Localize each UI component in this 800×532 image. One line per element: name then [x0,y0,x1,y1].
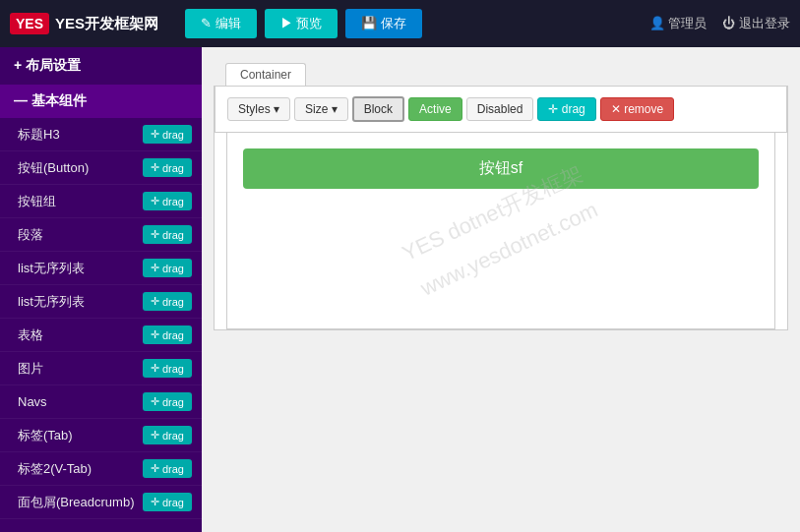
drag-label: drag [162,263,184,274]
drag-button[interactable]: ✛ drag [143,158,192,177]
header-right: 👤 管理员 ⏻ 退出登录 [649,15,790,32]
user-label[interactable]: 👤 管理员 [649,15,708,32]
sidebar-item[interactable]: list无序列表 ✛ drag [0,252,202,285]
sidebar: + 布局设置 — 基本组件 标题H3 ✛ drag 按钮(Button) ✛ d… [0,47,202,532]
drag-icon: ✛ [151,429,159,442]
drag-label: drag [162,463,184,475]
drag-button[interactable]: ✛ drag [143,426,192,444]
remove-button[interactable]: ✕ remove [600,97,674,121]
disabled-button[interactable]: Disabled [466,97,534,121]
drag-icon: ✛ [151,295,159,308]
active-label: Active [419,102,452,116]
sidebar-item[interactable]: 按钮(Button) ✛ drag [0,151,202,185]
preview-icon: ▶ [280,16,293,30]
drag-button[interactable]: ✛ drag [143,392,192,411]
drag-button[interactable]: ✛ drag [143,292,192,311]
edit-label: 编辑 [215,16,241,30]
add-layout-label: + 布局设置 [14,57,81,75]
basic-components-section[interactable]: — 基本组件 [0,85,202,118]
logout-button[interactable]: ⏻ 退出登录 [722,15,790,32]
sidebar-item-label: list无序列表 [18,293,85,311]
styles-button[interactable]: Styles ▾ [227,97,290,121]
sidebar-item-label: Navs [18,394,47,409]
drag-icon: ✛ [151,395,159,408]
sidebar-item[interactable]: 段落 ✛ drag [0,218,202,252]
logo-icon: YES [10,13,49,34]
sidebar-items-container: 标题H3 ✛ drag 按钮(Button) ✛ drag 按钮组 ✛ drag… [0,118,202,519]
drag-icon: ✛ [151,496,159,508]
sidebar-item[interactable]: 标签2(V-Tab) ✛ drag [0,452,202,486]
active-button[interactable]: Active [408,97,462,121]
disabled-label: Disabled [477,102,523,116]
sidebar-item-label: 段落 [18,226,43,244]
remove-label: ✕ remove [611,102,663,116]
drag-icon: ✛ [151,262,159,274]
sidebar-item[interactable]: 标题H3 ✛ drag [0,118,202,151]
sidebar-item[interactable]: 图片 ✛ drag [0,352,202,385]
add-layout-button[interactable]: + 布局设置 [0,47,202,85]
edit-icon: ✎ [201,16,212,30]
size-label: Size ▾ [305,102,338,116]
container-tab[interactable]: Container [225,63,306,86]
preview-label: 预览 [296,16,322,30]
sidebar-item[interactable]: Navs ✛ drag [0,385,202,419]
drag-label: drag [162,363,184,375]
sidebar-item-label: 按钮(Button) [18,159,89,177]
drag-button[interactable]: ✛ drag [143,125,192,144]
container-tab-area: Container [214,55,788,86]
styles-label: Styles ▾ [238,102,279,116]
drag-icon: ✛ [151,228,159,241]
drag-icon: ✛ [151,328,159,341]
drag-icon: ✛ [151,128,159,141]
watermark-line2: www.yesdotnet.com [412,189,606,307]
drag-label: drag [162,396,184,408]
container-wrapper: Styles ▾ Size ▾ Block Active Disabled ✛ … [214,86,788,330]
drag-button[interactable]: ✛ drag [143,259,192,277]
logout-icon: ⏻ [722,16,735,30]
drag-label: drag [162,162,184,174]
sidebar-item[interactable]: 表格 ✛ drag [0,319,202,352]
preview-button[interactable]: ▶ 预览 [265,9,338,38]
preview-green-button[interactable]: 按钮sf [243,148,759,189]
drag-label: drag [162,129,184,141]
drag-toolbar-button[interactable]: ✛ drag [537,97,595,121]
sidebar-item-label: 标题H3 [18,126,60,144]
drag-label: drag [162,497,184,508]
drag-icon: ✛ [151,195,159,207]
drag-label: drag [162,430,184,442]
block-button[interactable]: Block [352,96,404,122]
drag-icon: ✛ [151,462,159,475]
main-layout: + 布局设置 — 基本组件 标题H3 ✛ drag 按钮(Button) ✛ d… [0,47,800,532]
drag-button[interactable]: ✛ drag [143,493,192,511]
toolbar-area: Styles ▾ Size ▾ Block Active Disabled ✛ … [215,87,787,133]
size-button[interactable]: Size ▾ [294,97,348,121]
basic-components-label: — 基本组件 [14,92,87,110]
sidebar-item-label: 表格 [18,326,43,344]
save-button[interactable]: 💾 保存 [345,9,422,38]
block-label: Block [364,102,393,116]
drag-label: drag [162,229,184,241]
sidebar-item-label: 面包屑(Breadcrumb) [18,494,134,511]
drag-button[interactable]: ✛ drag [143,459,192,478]
sidebar-item[interactable]: 面包屑(Breadcrumb) ✛ drag [0,486,202,519]
logo-text: YES开发框架网 [55,15,158,33]
sidebar-item-label: 标签(Tab) [18,427,73,444]
save-icon: 💾 [361,16,377,30]
sidebar-item-label: list无序列表 [18,260,85,277]
preview-green-button-label: 按钮sf [479,159,523,176]
drag-button[interactable]: ✛ drag [143,325,192,344]
drag-button[interactable]: ✛ drag [143,192,192,210]
drag-button[interactable]: ✛ drag [143,359,192,378]
sidebar-item-label: 按钮组 [18,193,56,210]
sidebar-item[interactable]: list无序列表 ✛ drag [0,285,202,319]
save-label: 保存 [381,16,406,30]
drag-label: drag [162,329,184,341]
sidebar-item-label: 图片 [18,360,43,378]
sidebar-item[interactable]: 按钮组 ✛ drag [0,185,202,218]
sidebar-item-label: 标签2(V-Tab) [18,460,92,478]
drag-button[interactable]: ✛ drag [143,225,192,244]
edit-button[interactable]: ✎ 编辑 [185,9,257,38]
drag-label: drag [162,296,184,308]
sidebar-item[interactable]: 标签(Tab) ✛ drag [0,419,202,452]
logo: YES YES开发框架网 [10,13,177,34]
